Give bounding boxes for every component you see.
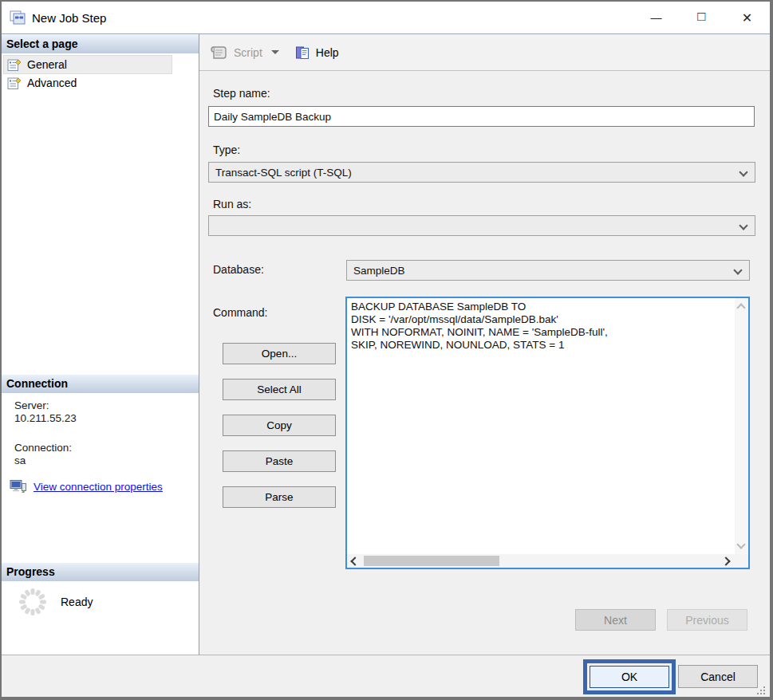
scroll-up-icon[interactable] bbox=[736, 303, 745, 312]
database-label: Database: bbox=[213, 263, 264, 276]
connection-value: sa bbox=[14, 454, 26, 466]
cancel-button[interactable]: Cancel bbox=[678, 665, 758, 688]
script-dropdown-icon[interactable] bbox=[271, 50, 279, 54]
select-all-button[interactable]: Select All bbox=[223, 379, 336, 400]
next-button[interactable]: Next bbox=[575, 609, 656, 631]
window-title: New Job Step bbox=[32, 11, 106, 25]
parse-button[interactable]: Parse bbox=[223, 486, 336, 508]
connection-header: Connection bbox=[2, 375, 199, 393]
sidebar-item-advanced[interactable]: Advanced bbox=[4, 74, 172, 92]
progress-spinner-icon bbox=[18, 587, 48, 617]
help-button[interactable]: Help bbox=[295, 45, 339, 60]
type-dropdown-value: Transact-SQL script (T-SQL) bbox=[215, 167, 352, 179]
minimize-icon[interactable]: — bbox=[633, 2, 679, 33]
chevron-down-icon bbox=[733, 265, 742, 274]
page-icon bbox=[7, 58, 22, 72]
toolbar: Script Help bbox=[199, 34, 770, 71]
script-icon bbox=[209, 45, 228, 61]
help-icon bbox=[295, 45, 310, 60]
script-button[interactable]: Script bbox=[209, 45, 279, 61]
page-icon bbox=[7, 77, 22, 90]
step-name-input[interactable] bbox=[208, 106, 755, 127]
previous-button[interactable]: Previous bbox=[667, 609, 747, 631]
copy-button[interactable]: Copy bbox=[223, 415, 336, 436]
new-job-step-dialog: New Job Step — □ ✕ Select a page General bbox=[0, 0, 773, 700]
run-as-dropdown[interactable] bbox=[208, 215, 755, 236]
scroll-left-icon[interactable] bbox=[350, 556, 359, 565]
vertical-scrollbar[interactable] bbox=[735, 298, 748, 554]
connection-label: Connection: bbox=[14, 442, 72, 454]
step-name-label: Step name: bbox=[213, 87, 270, 100]
scroll-down-icon[interactable] bbox=[736, 540, 745, 549]
database-dropdown-value: SampleDB bbox=[353, 265, 405, 277]
scroll-right-icon[interactable] bbox=[721, 556, 730, 565]
select-a-page-header: Select a page bbox=[2, 35, 199, 53]
sidebar-item-label: Advanced bbox=[27, 77, 77, 89]
sidebar-item-general[interactable]: General bbox=[4, 56, 172, 73]
view-connection-properties-row: View connection properties bbox=[10, 479, 163, 494]
command-text[interactable]: BACKUP DATABASE SampleDB TO DISK = '/var… bbox=[348, 299, 733, 553]
open-button[interactable]: Open... bbox=[223, 343, 336, 364]
database-dropdown[interactable]: SampleDB bbox=[346, 260, 750, 281]
run-as-label: Run as: bbox=[213, 198, 251, 210]
server-value: 10.211.55.23 bbox=[14, 412, 77, 424]
view-connection-properties-link[interactable]: View connection properties bbox=[34, 481, 163, 493]
paste-button[interactable]: Paste bbox=[223, 450, 336, 472]
close-icon[interactable]: ✕ bbox=[724, 2, 770, 33]
connection-properties-icon bbox=[10, 479, 27, 494]
sidebar: Select a page General bbox=[2, 34, 199, 655]
type-dropdown[interactable]: Transact-SQL script (T-SQL) bbox=[208, 162, 755, 183]
command-label: Command: bbox=[213, 306, 267, 319]
sidebar-item-label: General bbox=[27, 58, 67, 71]
progress-status: Ready bbox=[61, 596, 93, 608]
scrollbar-thumb[interactable] bbox=[364, 556, 499, 566]
progress-status-row: Ready bbox=[18, 587, 93, 617]
script-button-label: Script bbox=[234, 46, 262, 59]
dialog-footer: OK Cancel bbox=[2, 655, 770, 697]
window-controls: — □ ✕ bbox=[633, 2, 770, 33]
type-label: Type: bbox=[213, 144, 240, 156]
command-textarea[interactable]: BACKUP DATABASE SampleDB TO DISK = '/var… bbox=[345, 297, 750, 569]
chevron-down-icon bbox=[739, 221, 747, 230]
ok-highlight-box: OK bbox=[583, 659, 676, 694]
ok-button[interactable]: OK bbox=[590, 666, 669, 688]
main-panel: Script Help Step name: bbox=[199, 34, 770, 655]
maximize-icon[interactable]: □ bbox=[679, 2, 724, 33]
job-step-window-icon bbox=[10, 10, 26, 25]
chevron-down-icon bbox=[739, 167, 747, 176]
title-bar: New Job Step — □ ✕ bbox=[2, 2, 770, 34]
server-label: Server: bbox=[14, 399, 49, 411]
progress-header: Progress bbox=[2, 563, 199, 581]
resize-grip[interactable] bbox=[757, 684, 768, 695]
help-button-label: Help bbox=[316, 46, 339, 59]
form-area: Step name: Type: Transact-SQL script (T-… bbox=[199, 71, 770, 655]
horizontal-scrollbar[interactable] bbox=[347, 554, 748, 568]
